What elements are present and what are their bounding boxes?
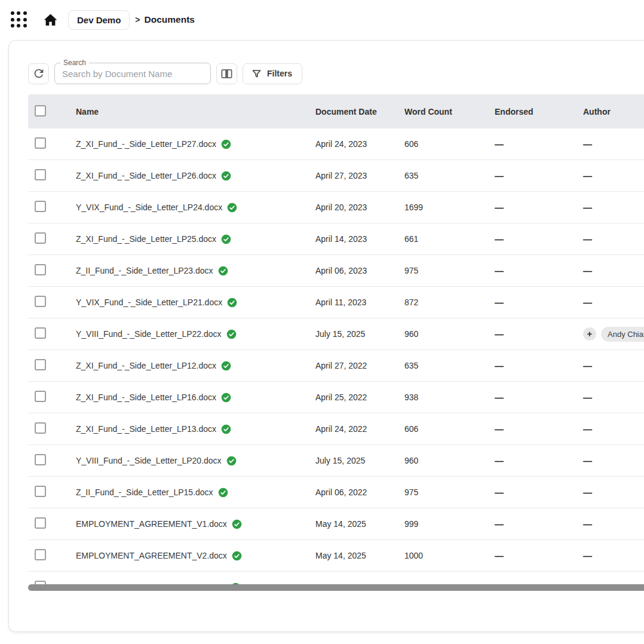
table-row: EMPLOYMENT_AGREEMENT_V2.docx May 14, 202… (28, 540, 644, 572)
table-row: EMPLOYMENT_AGREEMENT_V1.docx May 14, 202… (28, 508, 644, 540)
column-header-word-count[interactable]: Word Count (404, 107, 495, 116)
verified-check-icon (226, 456, 237, 466)
endorsed-value: — (495, 266, 583, 276)
row-checkbox[interactable] (35, 422, 46, 434)
table-row: Z_XI_Fund_-_Side_Letter_LP27.docx April … (28, 128, 644, 160)
row-checkbox[interactable] (35, 264, 46, 275)
document-name[interactable]: Y_VIII_Fund_-_Side_Letter_LP22.docx (76, 329, 222, 339)
document-name[interactable]: Z_XI_Fund_-_Side_Letter_LP27.docx (76, 139, 216, 149)
row-checkbox[interactable] (35, 391, 46, 402)
document-name[interactable]: Z_XI_Fund_-_Side_Letter_LP25.docx (76, 234, 216, 244)
row-checkbox[interactable] (35, 486, 46, 497)
verified-check-icon (227, 203, 237, 213)
document-date: July 15, 2025 (315, 329, 404, 339)
document-name[interactable]: EMPLOYMENT_AGREEMENT_V1.docx (76, 519, 227, 529)
author-cell: — (583, 424, 644, 434)
author-empty-value: — (583, 519, 592, 529)
author-cell: — (583, 139, 644, 149)
endorsed-value: — (495, 203, 583, 213)
endorsed-value: — (495, 392, 583, 403)
table-header: Name Document Date Word Count Endorsed A… (28, 94, 644, 128)
document-name[interactable]: Z_II_Fund_-_Side_Letter_LP15.docx (76, 487, 213, 497)
document-name[interactable]: Z_XI_Fund_-_Side_Letter_LP16.docx (76, 392, 216, 402)
filters-button[interactable]: Filters (243, 63, 302, 84)
word-count: 1699 (404, 203, 495, 212)
author-cell: — (583, 392, 644, 403)
table-row: Y_VIII_Fund_-_Side_Letter_LP22.docx July… (28, 318, 644, 350)
column-header-author[interactable]: Author (583, 107, 644, 116)
breadcrumb-current: Documents (145, 14, 195, 25)
author-empty-value: — (583, 298, 592, 308)
endorsed-value: — (495, 424, 583, 434)
verified-check-icon (218, 487, 228, 498)
word-count: 635 (404, 171, 495, 180)
document-name[interactable]: Z_II_Fund_-_Side_Letter_LP23.docx (76, 266, 213, 275)
filter-icon (251, 68, 262, 79)
verified-check-icon (227, 298, 237, 308)
word-count: 960 (404, 329, 495, 339)
document-name[interactable]: Z_XI_Fund_-_Side_Letter_LP13.docx (76, 424, 216, 434)
author-cell: — (583, 203, 644, 213)
document-name[interactable]: Z_XI_Fund_-_Side_Letter_LP26.docx (76, 171, 216, 180)
row-checkbox[interactable] (35, 359, 46, 370)
word-count: 960 (404, 456, 495, 465)
row-checkbox[interactable] (35, 169, 46, 180)
endorsed-value: — (495, 329, 583, 339)
row-checkbox[interactable] (35, 201, 46, 212)
document-date: April 24, 2023 (315, 139, 404, 149)
author-empty-value: — (583, 487, 592, 498)
verified-check-icon (226, 329, 237, 339)
select-all-checkbox[interactable] (35, 105, 46, 116)
verified-check-icon (221, 392, 231, 403)
author-chip[interactable]: Andy Chian (601, 327, 644, 342)
document-name[interactable]: Y_VIX_Fund_-_Side_Letter_LP24.docx (76, 203, 222, 212)
row-checkbox[interactable] (35, 296, 46, 307)
word-count: 938 (404, 392, 495, 402)
endorsed-value: — (495, 361, 583, 371)
row-checkbox[interactable] (35, 232, 46, 244)
document-date: April 25, 2022 (315, 392, 404, 402)
verified-check-icon (221, 424, 231, 434)
home-button[interactable] (42, 12, 59, 28)
breadcrumb-root[interactable]: Dev Demo (68, 10, 130, 30)
column-header-document-date[interactable]: Document Date (315, 107, 404, 116)
author-empty-value: — (583, 551, 592, 561)
row-checkbox[interactable] (35, 454, 46, 465)
document-name[interactable]: Y_VIX_Fund_-_Side_Letter_LP21.docx (76, 298, 222, 307)
word-count: 975 (404, 487, 495, 497)
table-row: Z_II_Fund_-_Side_Letter_LP23.docx April … (28, 255, 644, 287)
word-count: 661 (404, 234, 495, 244)
document-name[interactable]: Z_XI_Fund_-_Side_Letter_LP12.docx (76, 361, 216, 370)
document-date: April 27, 2023 (315, 171, 404, 180)
row-checkbox[interactable] (35, 137, 46, 149)
table-toolbar: Search Filters (28, 63, 644, 84)
row-checkbox[interactable] (35, 517, 46, 529)
author-cell: — (583, 298, 644, 308)
endorsed-value: — (495, 139, 583, 149)
document-date: April 14, 2023 (315, 234, 404, 244)
table-row: Z_XI_Fund_-_Side_Letter_LP26.docx April … (28, 160, 644, 192)
column-header-endorsed[interactable]: Endorsed (495, 107, 583, 116)
author-cell: — (583, 487, 644, 498)
horizontal-scrollbar-thumb[interactable] (28, 584, 644, 591)
table-row-partial (28, 572, 644, 585)
endorsed-value: — (495, 456, 583, 466)
row-checkbox[interactable] (35, 327, 46, 339)
document-date: May 14, 2025 (315, 551, 404, 560)
author-cell: — (583, 171, 644, 181)
column-header-name[interactable]: Name (76, 107, 315, 116)
verified-check-icon (221, 171, 231, 181)
add-author-button[interactable]: + (583, 327, 596, 341)
document-name[interactable]: EMPLOYMENT_AGREEMENT_V2.docx (76, 551, 227, 560)
refresh-button[interactable] (28, 63, 49, 84)
document-name[interactable]: Y_VIII_Fund_-_Side_Letter_LP20.docx (76, 456, 222, 465)
document-date: April 24, 2022 (315, 424, 404, 434)
document-date: April 06, 2022 (315, 487, 404, 497)
documents-table: Name Document Date Word Count Endorsed A… (28, 94, 644, 585)
word-count: 975 (404, 266, 495, 275)
row-checkbox[interactable] (35, 549, 46, 560)
column-settings-button[interactable] (216, 63, 237, 84)
breadcrumb-separator: > (135, 15, 140, 24)
apps-grid-icon[interactable] (11, 11, 27, 28)
word-count: 999 (404, 519, 495, 529)
